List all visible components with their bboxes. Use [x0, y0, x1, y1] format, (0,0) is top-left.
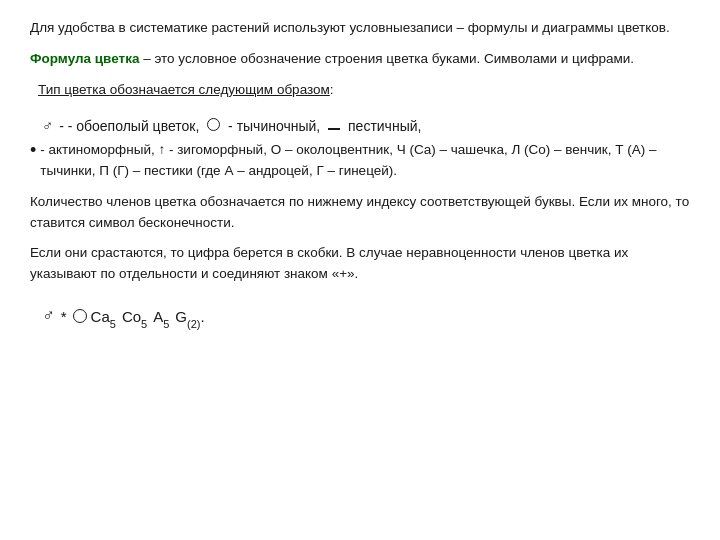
para4-text: Количество членов цветка обозначается по…: [30, 194, 689, 230]
gender-symbols-line: ♂ - - обоеполый цветок, - тычиночный, пе…: [30, 117, 690, 134]
formula-term: Формула цветка: [30, 51, 139, 66]
mars-icon: ♂: [42, 117, 53, 134]
gender-text2: - тычиночный,: [224, 118, 324, 134]
paragraph-2: Формула цветка – это условное обозначени…: [30, 49, 690, 70]
formula-asterisk: *: [61, 309, 67, 324]
gender-text1: - - обоеполый цветок,: [55, 118, 203, 134]
formula-ca: Ca: [91, 309, 110, 324]
formula-circle-icon: [73, 309, 87, 323]
formula-g: G: [175, 309, 187, 324]
circle-icon-1: [207, 118, 220, 131]
paragraph-3-heading: Тип цветка обозначается следующим образо…: [30, 80, 690, 101]
formula-a: A: [153, 309, 163, 324]
formula-co: Co: [122, 309, 141, 324]
para5-text: Если они срастаются, то цифра берется в …: [30, 245, 628, 281]
type-heading: Тип цветка обозначается следующим образо…: [38, 82, 330, 97]
big-formula-line: ♂ * Ca 5 Co 5 A 5 G (2) .: [30, 307, 690, 324]
page-container: Для удобства в систематике растений испо…: [0, 0, 720, 540]
bullet-text: - актиноморфный, ↑ - зигоморфный, О – ок…: [40, 140, 690, 182]
dash-icon: [328, 128, 340, 130]
bullet-line-1: • - актиноморфный, ↑ - зигоморфный, О – …: [30, 140, 690, 182]
colon: :: [330, 82, 334, 97]
paragraph-4: Количество членов цветка обозначается по…: [30, 192, 690, 234]
formula-period: .: [200, 309, 204, 324]
paragraph-1: Для удобства в систематике растений испо…: [30, 18, 690, 39]
bullet-icon: •: [30, 140, 36, 162]
formula-mars-icon: ♂: [42, 307, 55, 324]
gender-text3: пестичный,: [344, 118, 421, 134]
paragraph-5: Если они срастаются, то цифра берется в …: [30, 243, 690, 285]
para2-rest: – это условное обозначение строения цвет…: [139, 51, 634, 66]
para1-text: Для удобства в систематике растений испо…: [30, 20, 670, 35]
